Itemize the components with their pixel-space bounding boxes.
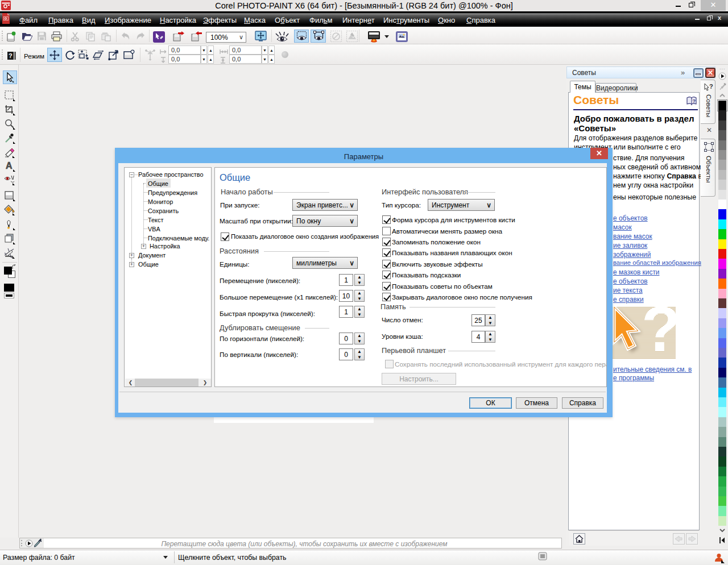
svg-text:?: ? bbox=[709, 83, 713, 90]
svg-text:?: ? bbox=[693, 98, 696, 104]
svg-text:A: A bbox=[6, 161, 13, 171]
svg-text:?: ? bbox=[9, 52, 13, 59]
